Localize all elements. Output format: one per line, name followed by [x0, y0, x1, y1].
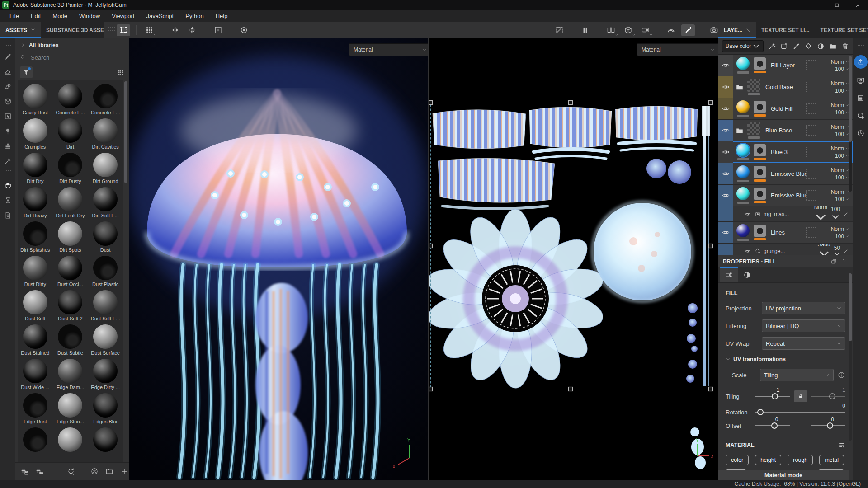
opacity-value[interactable]: 100: [820, 196, 849, 203]
minimize-button[interactable]: [806, 0, 826, 10]
lazy-mouse-button[interactable]: [552, 24, 566, 36]
layer-thumbnail[interactable]: [736, 144, 750, 160]
remove-effect-icon[interactable]: [844, 212, 848, 216]
asset-item[interactable]: Dust Occl...: [53, 255, 87, 289]
split-view-button[interactable]: [604, 24, 618, 36]
asset-item[interactable]: [53, 427, 87, 461]
offset-y-slider[interactable]: 0: [811, 422, 846, 429]
layer-row[interactable]: LinesNorm100: [718, 222, 853, 244]
visibility-eye-icon[interactable]: [722, 192, 730, 199]
visibility-eye-icon[interactable]: [745, 248, 751, 254]
asset-item[interactable]: Dust Subtle: [53, 324, 87, 358]
asset-item[interactable]: [19, 427, 52, 461]
filter-button[interactable]: [20, 66, 33, 78]
asset-item[interactable]: Dust Stained: [19, 324, 52, 358]
layer-thumbnail[interactable]: [736, 57, 750, 74]
remove-effect-icon[interactable]: [844, 249, 848, 253]
asset-item[interactable]: Dust Soft E...: [89, 289, 122, 324]
blend-mode-value[interactable]: Norm: [820, 58, 849, 66]
clone-tool[interactable]: [0, 124, 15, 139]
close-icon[interactable]: [842, 258, 848, 264]
viewport-3d[interactable]: Y x Material: [129, 38, 428, 480]
reset-view-button[interactable]: [237, 24, 250, 36]
channel-button-color[interactable]: color: [726, 455, 749, 465]
asset-item[interactable]: Dirt Heavy: [19, 186, 52, 221]
popout-icon[interactable]: [831, 258, 837, 264]
scale-select[interactable]: Tiling: [760, 369, 834, 381]
blend-mode-value[interactable]: Norm: [820, 145, 849, 152]
material-picker-tool[interactable]: [0, 154, 15, 169]
layer-mask-thumbnail[interactable]: [754, 144, 766, 160]
perspective-button[interactable]: [621, 24, 635, 36]
rotation-slider[interactable]: 0: [755, 408, 845, 416]
asset-item[interactable]: Dirt Dry: [19, 152, 52, 186]
asset-item[interactable]: Edge Rust: [19, 392, 52, 427]
properties-scrollbar[interactable]: [849, 273, 852, 441]
asset-item[interactable]: Dirt Ground: [89, 152, 122, 186]
add-fill-layer-button[interactable]: [805, 42, 812, 50]
asset-item[interactable]: Concrete E...: [89, 83, 122, 117]
menu-edit[interactable]: Edit: [25, 10, 47, 22]
opacity-value[interactable]: 100: [820, 109, 849, 116]
visibility-eye-icon[interactable]: [722, 61, 730, 69]
history-button[interactable]: [855, 127, 867, 139]
asset-item[interactable]: Dust Soft: [19, 289, 52, 324]
shader-mode-dropdown-2d[interactable]: Material: [637, 43, 718, 56]
stamp-tool[interactable]: [0, 139, 15, 154]
layer-mask-thumbnail[interactable]: [754, 57, 766, 73]
tab-material-preview[interactable]: [738, 267, 756, 282]
opacity-value[interactable]: 100: [831, 206, 840, 221]
asset-item[interactable]: Dirt Dusty: [53, 152, 87, 186]
layer-row[interactable]: Fill LayerNorm100: [718, 55, 853, 76]
blend-mode-value[interactable]: Norm: [820, 225, 849, 233]
asset-item[interactable]: Dust: [89, 221, 122, 255]
visibility-eye-icon[interactable]: [722, 127, 730, 134]
tiling-lock-button[interactable]: [794, 390, 807, 402]
asset-item[interactable]: Crumples: [19, 117, 52, 152]
channel-button-metal[interactable]: metal: [819, 455, 844, 465]
polygon-fill-tool[interactable]: [0, 94, 15, 109]
tiling-y-slider[interactable]: 1: [811, 393, 846, 400]
opacity-value[interactable]: 100: [820, 233, 849, 240]
asset-item[interactable]: Dirt Spots: [53, 221, 87, 255]
close-icon[interactable]: [746, 28, 750, 33]
blend-mode-value[interactable]: Norm: [820, 123, 849, 131]
visibility-eye-icon[interactable]: [745, 211, 751, 217]
eraser-tool[interactable]: [0, 64, 15, 79]
material-mode-button[interactable]: Material mode: [718, 470, 849, 480]
symmetry-x-button[interactable]: [168, 24, 182, 36]
layer-row[interactable]: Blue BaseNorm100: [718, 120, 853, 141]
visibility-eye-icon[interactable]: [722, 83, 730, 91]
refresh-assets-button[interactable]: [67, 467, 75, 475]
channel-list-icon[interactable]: [838, 441, 845, 449]
tiling-x-slider[interactable]: 1: [755, 393, 790, 400]
camera-button[interactable]: [638, 24, 652, 36]
projection-tool[interactable]: [0, 79, 15, 94]
close-icon[interactable]: [31, 28, 35, 33]
asset-item[interactable]: Dust Plastic: [89, 255, 122, 289]
layer-row[interactable]: Emissive Blue 2Norm100: [718, 163, 853, 185]
layer-thumbnail[interactable]: [736, 100, 750, 117]
menu-javascript[interactable]: JavaScript: [140, 10, 179, 22]
asset-item[interactable]: Dirt Leak Dry: [53, 186, 87, 221]
layer-effect-row[interactable]: mg_mas...Norm100: [718, 206, 853, 222]
uv-wrap-select[interactable]: Repeat: [762, 337, 845, 350]
layer-row[interactable]: Gold FillNorm100: [718, 98, 853, 120]
folder-icon[interactable]: [736, 83, 744, 91]
layer-thumbnail[interactable]: [736, 165, 750, 182]
opacity-value[interactable]: 100: [820, 87, 849, 94]
layer-mask-thumbnail[interactable]: [754, 188, 766, 203]
folder-icon[interactable]: [736, 127, 744, 135]
asset-item[interactable]: Edge Ston...: [53, 392, 87, 427]
opacity-value[interactable]: 100: [820, 131, 849, 138]
channel-button-height[interactable]: height: [755, 455, 781, 465]
assets-generator-tool[interactable]: [0, 178, 15, 193]
asset-item[interactable]: Dirt Cavities: [89, 117, 122, 152]
resources-updater-tool[interactable]: [0, 208, 15, 223]
tab-assets[interactable]: ASSETS: [0, 22, 41, 38]
asset-item[interactable]: Dirt Soft E...: [89, 186, 122, 221]
menu-file[interactable]: File: [4, 10, 25, 22]
opacity-value[interactable]: 100: [820, 152, 849, 160]
blend-mode-value[interactable]: Norm: [820, 102, 849, 109]
painting-mode-button[interactable]: [681, 24, 695, 36]
